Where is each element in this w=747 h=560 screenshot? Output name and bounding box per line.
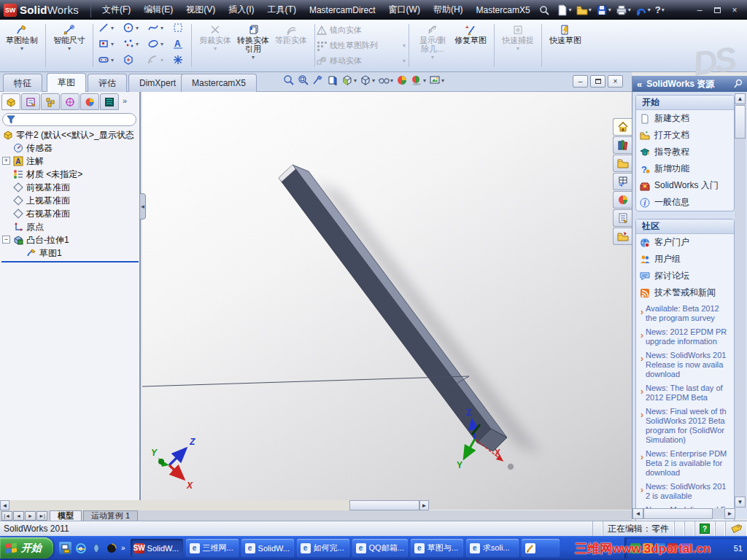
expand-annotations[interactable]: + (2, 157, 10, 165)
quick-tips-button[interactable]: ? (694, 521, 715, 536)
show-desktop-icon[interactable] (59, 542, 71, 554)
search-icon[interactable] (537, 4, 551, 17)
ellipse-tool[interactable]: ▾ (146, 38, 171, 50)
document-recovery-tab[interactable] (613, 228, 632, 245)
design-library-tab[interactable] (613, 136, 632, 154)
quick-snaps-button[interactable]: 快速捕捉 ▾ (499, 22, 537, 70)
link-user-groups[interactable]: 用户组 (636, 251, 734, 268)
collapse-icon[interactable]: « (637, 79, 642, 90)
task-pane-header[interactable]: « SolidWorks 资源 (632, 76, 747, 92)
task-pane-vertical-scrollbar[interactable]: ▲ ▼ (735, 93, 746, 508)
solidworks-resources-tab[interactable] (613, 118, 632, 136)
linear-sketch-pattern-button[interactable]: 线性草图阵列 ▾ (317, 38, 407, 53)
quick-launch-overflow-icon[interactable]: » (121, 544, 125, 552)
start-button[interactable]: 开始 (0, 537, 53, 559)
tree-item-sensors[interactable]: 传感器 (13, 141, 53, 155)
fillet-tool[interactable]: +▾ (146, 54, 171, 66)
menu-file[interactable]: 文件(F) (96, 1, 137, 19)
save-button[interactable]: ▾ (594, 3, 614, 18)
taskbar-button-ie4[interactable]: e QQ邮箱... (352, 539, 408, 557)
tabs-overflow-icon[interactable]: » (123, 96, 127, 110)
cam-tree-tab[interactable] (100, 93, 119, 110)
news-item[interactable]: ›News: 2012 EPDM PR upgrade information (639, 327, 734, 346)
convert-entities-button[interactable]: 转换实体引用 ▾ (234, 22, 272, 70)
news-item[interactable]: ›News: SolidWorks 201 Release is now ava… (639, 351, 734, 379)
polygon-tool[interactable] (121, 54, 146, 66)
doc-restore-button[interactable] (590, 75, 605, 88)
rectangle-tool[interactable]: ▾ (96, 38, 121, 50)
offset-entities-button[interactable]: 等距实体 (272, 22, 310, 70)
displaymanager-tab[interactable] (80, 93, 99, 110)
appearances-tab[interactable] (613, 191, 632, 209)
media-player-icon[interactable] (105, 542, 117, 554)
graphics-horizontal-scrollbar[interactable]: ◄ ► (0, 500, 429, 510)
apply-scene-icon[interactable]: ▾ (411, 74, 426, 86)
taskbar-button-pen-app[interactable] (522, 539, 560, 557)
spline-tool[interactable]: ▾ (146, 22, 171, 34)
open-button[interactable]: ▾ (574, 3, 594, 18)
news-item[interactable]: ›News: Final week of th SolidWorks 2012 … (639, 407, 734, 445)
circle-tool[interactable]: ▾ (121, 22, 146, 34)
tab-dimxpert[interactable]: DimXpert (128, 74, 187, 92)
link-tutorials[interactable]: 指导教程 (636, 144, 734, 160)
collapse-extrude[interactable]: − (2, 236, 10, 244)
undo-button[interactable]: ▾ (633, 3, 653, 18)
link-tech-alerts-news[interactable]: 技术警戒和新闻 (636, 284, 734, 301)
menu-help[interactable]: 帮助(H) (427, 1, 470, 19)
taskbar-button-ie2[interactable]: e SolidW... (241, 539, 294, 557)
doc-close-button[interactable]: × (608, 75, 623, 88)
display-style-icon[interactable]: ▾ (360, 74, 375, 86)
view-palette-tab[interactable] (613, 173, 632, 190)
tab-nav-prev[interactable]: ◄ (13, 511, 24, 521)
link-whats-new[interactable]: ? 新增功能 (636, 160, 734, 177)
zoom-area-icon[interactable] (298, 74, 309, 86)
centerline-rect-tool[interactable] (171, 22, 188, 34)
line-tool[interactable]: ▾ (96, 22, 121, 34)
tag-button[interactable] (725, 521, 747, 536)
tab-evaluate[interactable]: 评估 (88, 74, 127, 92)
tree-item-top-plane[interactable]: 上视基准面 (13, 194, 70, 207)
taskbar-button-ie3[interactable]: e 如何完... (297, 539, 349, 557)
minimize-button[interactable]: – (692, 4, 708, 17)
tab-mastercamx5[interactable]: MastercamX5 (181, 74, 257, 92)
doc-minimize-button[interactable]: ‒ (573, 75, 588, 88)
tree-item-extrude[interactable]: 凸台-拉伸1 (13, 233, 69, 246)
edit-appearance-icon[interactable] (396, 74, 408, 86)
tab-nav-first[interactable]: |◄ (1, 511, 12, 521)
tab-sketch[interactable]: 草图 (47, 73, 86, 92)
rollback-bar[interactable] (1, 261, 139, 262)
tree-item-origin[interactable]: 原点 (13, 220, 44, 233)
custom-properties-tab[interactable] (613, 209, 632, 227)
trim-entities-button[interactable]: 剪裁实体 ▾ (196, 22, 234, 70)
new-document-button[interactable]: ▾ (554, 3, 574, 18)
tab-nav-last[interactable]: ►| (36, 511, 47, 521)
restore-button[interactable] (709, 4, 725, 17)
mirror-entities-button[interactable]: 镜向实体 (317, 23, 407, 38)
tab-features[interactable]: 特征 (3, 74, 42, 92)
pin-icon[interactable] (733, 79, 743, 89)
tree-item-front-plane[interactable]: 前视基准面 (13, 181, 70, 194)
model-tab[interactable]: 模型 (50, 510, 82, 521)
sketch-points-tool[interactable]: ▾ (121, 38, 146, 50)
repair-sketch-button[interactable]: + 修复草图 (452, 22, 489, 70)
news-item[interactable]: ›News: Enterprise PDM Beta 2 is availabl… (639, 449, 734, 478)
menu-view[interactable]: 视图(V) (179, 1, 222, 19)
link-customer-portal[interactable]: 客户门户 (636, 234, 734, 251)
tree-item-annotations[interactable]: A 注解 (13, 155, 44, 168)
task-pane-horizontal-scrollbar[interactable]: ◄ ► (632, 508, 735, 519)
close-button[interactable]: × (727, 4, 743, 17)
taskbar-button-ie1[interactable]: e 三维网... (186, 539, 239, 557)
taskbar-button-solidworks[interactable]: SW SolidW... (131, 539, 183, 557)
menu-tools[interactable]: 工具(T) (261, 1, 303, 19)
link-open-document[interactable]: 打开文档 (636, 127, 734, 144)
link-new-document[interactable]: 新建文档 (636, 110, 734, 127)
view-settings-icon[interactable]: ▾ (429, 74, 444, 86)
configurationmanager-tab[interactable] (41, 93, 60, 110)
menu-window[interactable]: 窗口(W) (382, 1, 427, 19)
propertymanager-tab[interactable] (21, 93, 40, 110)
move-entities-button[interactable]: 移动实体 ▾ (317, 53, 407, 69)
menu-insert[interactable]: 插入(I) (222, 1, 260, 19)
menu-edit[interactable]: 编辑(E) (137, 1, 179, 19)
news-item[interactable]: ›News: SolidWorks 201 2 is available (639, 482, 734, 501)
point-tool[interactable] (171, 54, 188, 66)
